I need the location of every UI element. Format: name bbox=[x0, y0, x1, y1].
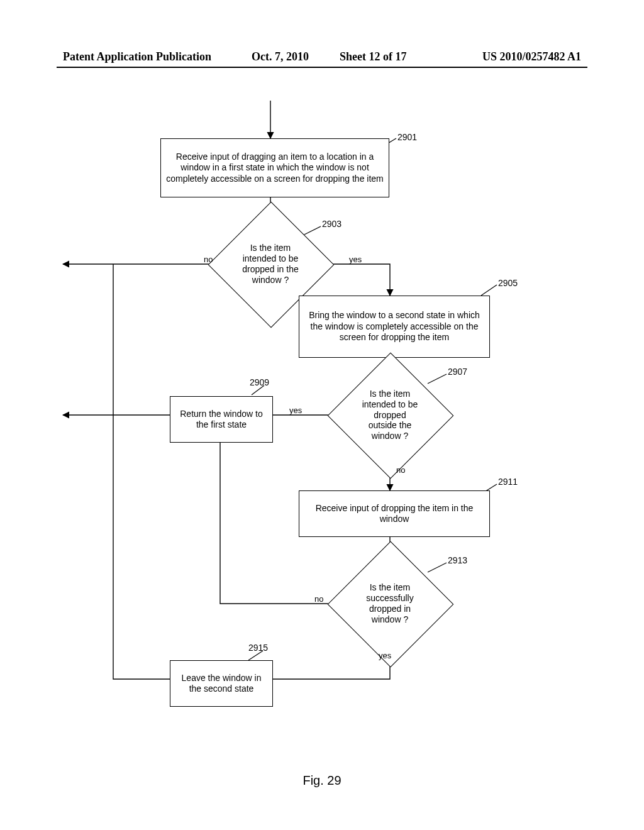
label-2913-no: no bbox=[314, 594, 323, 604]
header-publication: Patent Application Publication bbox=[63, 50, 211, 64]
ref-2911: 2911 bbox=[498, 477, 518, 487]
process-2915-text: Leave the window in the second state bbox=[174, 673, 269, 695]
header-date: Oct. 7, 2010 bbox=[252, 50, 309, 64]
decision-2907: Is the item intended to be dropped outsi… bbox=[346, 371, 434, 459]
ref-2913: 2913 bbox=[448, 555, 467, 565]
process-2905-text: Bring the window to a second state in wh… bbox=[303, 310, 486, 343]
ref-2905: 2905 bbox=[498, 278, 518, 288]
process-2901: Receive input of dragging an item to a l… bbox=[160, 138, 389, 197]
header-pubno: US 2010/0257482 A1 bbox=[482, 50, 581, 64]
process-2905: Bring the window to a second state in wh… bbox=[299, 296, 490, 358]
ref-2903: 2903 bbox=[322, 219, 341, 229]
ref-2915: 2915 bbox=[248, 643, 268, 653]
decision-2903-text: Is the item intended to be dropped in th… bbox=[226, 220, 314, 308]
ref-2909: 2909 bbox=[250, 377, 269, 387]
decision-2913: Is the item successfully dropped in wind… bbox=[346, 560, 434, 648]
process-2909: Return the window to the first state bbox=[170, 396, 273, 443]
label-2907-yes: yes bbox=[289, 406, 302, 415]
label-2903-no: no bbox=[204, 255, 213, 264]
decision-2907-text: Is the item intended to be dropped outsi… bbox=[346, 371, 434, 459]
svg-line-10 bbox=[481, 285, 497, 296]
process-2915: Leave the window in the second state bbox=[170, 660, 273, 707]
ref-2901: 2901 bbox=[397, 132, 417, 142]
label-2907-no: no bbox=[396, 465, 405, 475]
process-2911-text: Receive input of dropping the item in th… bbox=[303, 503, 486, 525]
label-2913-yes: yes bbox=[379, 651, 391, 660]
decision-2903: Is the item intended to be dropped in th… bbox=[226, 220, 314, 308]
flowchart: Receive input of dragging an item to a l… bbox=[0, 94, 644, 786]
header-rule bbox=[57, 67, 587, 68]
decision-2913-text: Is the item successfully dropped in wind… bbox=[346, 560, 434, 648]
label-2903-yes: yes bbox=[349, 255, 362, 264]
process-2909-text: Return the window to the first state bbox=[174, 409, 269, 431]
header-sheet: Sheet 12 of 17 bbox=[340, 50, 407, 64]
process-2901-text: Receive input of dragging an item to a l… bbox=[165, 152, 385, 185]
ref-2907: 2907 bbox=[448, 367, 467, 377]
flow-connectors bbox=[0, 94, 644, 786]
figure-caption: Fig. 29 bbox=[0, 773, 644, 788]
page: Patent Application Publication Oct. 7, 2… bbox=[0, 0, 644, 830]
process-2911: Receive input of dropping the item in th… bbox=[299, 490, 490, 537]
